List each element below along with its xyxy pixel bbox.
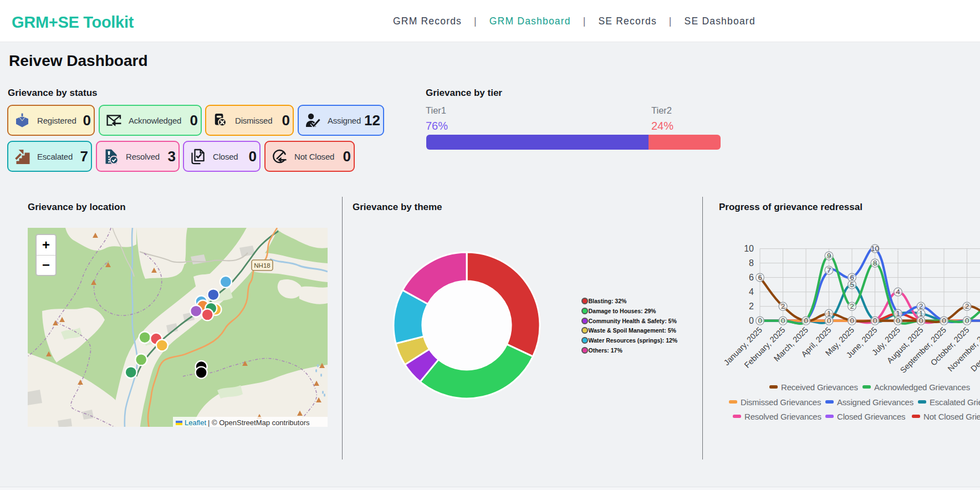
svg-text:6: 6 (749, 273, 754, 282)
svg-text:| © OpenStreetMap contributors: | © OpenStreetMap contributors (208, 418, 310, 427)
svg-text:0: 0 (850, 317, 854, 325)
svg-text:0: 0 (827, 317, 831, 325)
svg-text:8: 8 (749, 258, 754, 268)
svg-text:7: 7 (827, 266, 831, 274)
svg-text:0: 0 (942, 317, 946, 325)
svg-text:0: 0 (919, 317, 923, 325)
svg-text:6: 6 (758, 273, 762, 282)
svg-text:2: 2 (965, 302, 969, 310)
svg-text:January, 2025: January, 2025 (722, 325, 764, 368)
svg-text:0: 0 (896, 317, 900, 325)
svg-text:Leaflet: Leaflet (185, 418, 206, 427)
svg-text:2: 2 (781, 302, 785, 310)
svg-text:0: 0 (758, 317, 762, 325)
svg-text:9: 9 (827, 252, 831, 260)
svg-text:0: 0 (965, 317, 969, 325)
svg-text:10: 10 (744, 244, 754, 253)
svg-text:5: 5 (850, 280, 854, 289)
svg-text:0: 0 (781, 317, 785, 325)
svg-text:0: 0 (804, 317, 808, 325)
svg-text:4: 4 (749, 287, 754, 297)
svg-text:2: 2 (850, 302, 854, 310)
svg-text:0: 0 (873, 317, 877, 325)
svg-text:10: 10 (871, 244, 879, 253)
svg-text:2: 2 (749, 302, 754, 311)
svg-text:NH18: NH18 (254, 262, 270, 269)
svg-text:4: 4 (896, 288, 900, 296)
svg-text:0: 0 (749, 316, 754, 325)
svg-text:8: 8 (873, 259, 877, 267)
svg-text:February, 2025: February, 2025 (743, 325, 787, 370)
